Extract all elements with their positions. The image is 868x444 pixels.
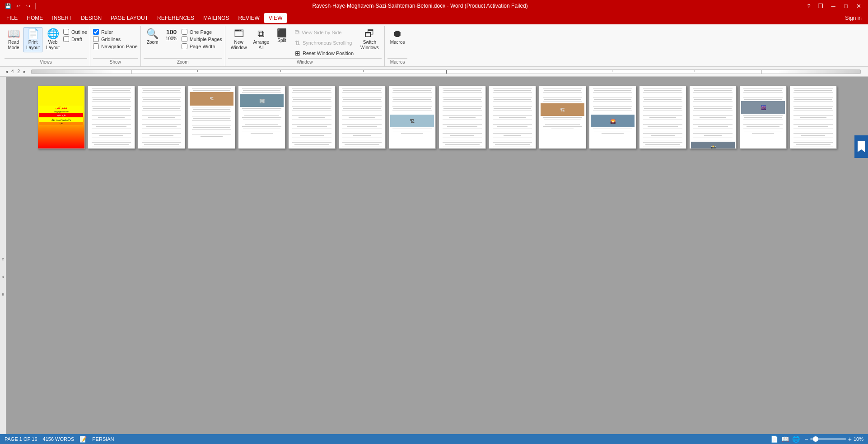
page-12[interactable]: 🌄: [589, 86, 636, 149]
page-14[interactable]: 📸: [689, 86, 737, 149]
page-3[interactable]: [138, 86, 185, 149]
page-16[interactable]: [789, 86, 837, 149]
document-area[interactable]: تحقیق آنلاین tahghighonline.ir فارپو دان…: [6, 77, 868, 436]
gridlines-check[interactable]: Gridlines: [93, 36, 138, 42]
page-7[interactable]: [338, 86, 386, 149]
arrange-all-button[interactable]: ⧉ ArrangeAll: [250, 27, 272, 52]
switch-windows-icon: 🗗: [364, 29, 374, 39]
page-width-check[interactable]: Page Width: [182, 43, 222, 49]
page-1-content: تحقیق آنلاین tahghighonline.ir فارپو دان…: [38, 86, 84, 148]
new-window-icon: 🗔: [234, 29, 244, 39]
zoom-out-button[interactable]: −: [805, 435, 808, 443]
ruler-check[interactable]: Ruler: [93, 29, 138, 35]
page-8[interactable]: 🏗: [388, 86, 436, 149]
page-15-content: 🌆: [740, 86, 786, 135]
left-ruler: 2 4 8: [0, 77, 6, 436]
close-button[interactable]: ✕: [853, 1, 864, 11]
page-14-image: 📸: [691, 142, 735, 149]
view-buttons: 📄 📖 🌐: [770, 435, 801, 443]
read-mode-icon: 📖: [8, 29, 20, 39]
help-button[interactable]: ?: [804, 1, 814, 11]
menu-home[interactable]: HOME: [22, 13, 47, 23]
zoom-100-icon: 100: [166, 29, 177, 35]
macros-label: Macros: [390, 40, 405, 45]
draft-checkbox[interactable]: [63, 36, 69, 42]
menu-insert[interactable]: INSERT: [47, 13, 76, 23]
window-flat-buttons: ⧉ View Side by Side ⇅ Synchronous Scroll…: [292, 27, 357, 58]
bookmark-icon[interactable]: [854, 135, 868, 158]
page-8-image: 🏗: [390, 115, 434, 127]
web-layout-button[interactable]: 🌐 WebLayout: [43, 27, 62, 52]
page-1[interactable]: تحقیق آنلاین tahghighonline.ir فارپو دان…: [37, 86, 85, 149]
new-window-button[interactable]: 🗔 NewWindow: [228, 27, 250, 52]
word-count[interactable]: 4156 WORDS: [43, 436, 75, 442]
menu-view[interactable]: VIEW: [264, 13, 287, 23]
split-icon: ⬛: [277, 29, 287, 37]
macros-button[interactable]: ⏺ Macros: [387, 27, 408, 47]
page-9[interactable]: [439, 86, 486, 149]
print-layout-button[interactable]: 📄 PrintLayout: [23, 27, 42, 52]
undo-button[interactable]: ↩: [14, 1, 23, 10]
maximize-button[interactable]: □: [840, 1, 852, 11]
menu-page-layout[interactable]: PAGE LAYOUT: [106, 13, 153, 23]
main-layout: 2 4 8 تحقیق آنلاین tahghighonline.ir فار…: [0, 77, 868, 436]
draft-label: Draft: [71, 37, 82, 42]
gridlines-checkbox[interactable]: [93, 36, 99, 42]
page-width-checkbox[interactable]: [182, 43, 187, 49]
page-2[interactable]: [88, 86, 135, 149]
page-15[interactable]: 🌆: [739, 86, 787, 149]
reset-window-position-button[interactable]: ⊞ Reset Window Position: [292, 48, 357, 58]
views-group-label: Views: [5, 58, 87, 66]
ruler-area: ◂ 4 2 ▸: [0, 67, 868, 77]
reading-view-button[interactable]: 📖: [780, 435, 790, 443]
zoom-thumb: [813, 436, 818, 442]
synchronous-scrolling-button[interactable]: ⇅ Synchronous Scrolling: [292, 38, 357, 48]
language[interactable]: PERSIAN: [92, 436, 114, 442]
draft-check[interactable]: Draft: [63, 36, 87, 42]
zoom-slider[interactable]: [810, 438, 846, 440]
ribbon-group-window: 🗔 NewWindow ⧉ ArrangeAll ⬛ Split ⧉ View …: [225, 26, 385, 66]
switch-windows-button[interactable]: 🗗 SwitchWindows: [358, 27, 382, 52]
web-view-button[interactable]: 🌐: [791, 435, 801, 443]
read-mode-button[interactable]: 📖 ReadMode: [5, 27, 23, 52]
sign-in-link[interactable]: Sign in: [840, 13, 866, 23]
one-page-checkbox[interactable]: [182, 29, 187, 35]
menu-design[interactable]: DESIGN: [76, 13, 106, 23]
multiple-pages-check[interactable]: Multiple Pages: [182, 36, 222, 42]
page-5[interactable]: 🏢: [238, 86, 285, 149]
page-width-label: Page Width: [190, 44, 215, 49]
page-4[interactable]: 🏗: [188, 86, 235, 149]
one-page-check[interactable]: One Page: [182, 29, 222, 35]
menu-file[interactable]: FILE: [2, 13, 22, 23]
menu-references[interactable]: REFERENCES: [153, 13, 199, 23]
page-3-content: [138, 86, 185, 149]
print-view-button[interactable]: 📄: [770, 435, 779, 443]
multiple-pages-checkbox[interactable]: [182, 36, 187, 42]
ruler-checkbox[interactable]: [93, 29, 99, 35]
page-10[interactable]: [489, 86, 536, 149]
nav-pane-check[interactable]: Navigation Pane: [93, 43, 138, 49]
page-4-content: 🏗: [188, 86, 235, 139]
minimize-button[interactable]: ─: [827, 1, 839, 11]
view-side-by-side-button[interactable]: ⧉ View Side by Side: [292, 27, 357, 37]
outline-checkbox[interactable]: [63, 29, 69, 35]
redo-button[interactable]: ↪: [23, 1, 33, 10]
save-button[interactable]: 💾: [4, 1, 13, 10]
page-13[interactable]: [639, 86, 686, 149]
split-button[interactable]: ⬛ Split: [273, 27, 291, 45]
page-6[interactable]: [288, 86, 336, 149]
page-10-content: [489, 86, 536, 149]
zoom-in-button[interactable]: +: [848, 435, 852, 443]
menu-review[interactable]: REVIEW: [233, 13, 264, 23]
gridlines-label: Gridlines: [101, 37, 121, 42]
menu-mailings[interactable]: MAILINGS: [199, 13, 233, 23]
page-count[interactable]: PAGE 1 OF 16: [5, 436, 37, 442]
reset-window-label: Reset Window Position: [303, 51, 354, 56]
nav-pane-checkbox[interactable]: [93, 43, 99, 49]
outline-check[interactable]: Outline: [63, 29, 87, 35]
zoom-100-button[interactable]: 100 100%: [163, 27, 181, 43]
zoom-button[interactable]: 🔍 Zoom: [144, 27, 162, 47]
ribbon-group-show: Ruler Gridlines Navigation Pane Show: [90, 26, 141, 66]
restore-button[interactable]: ❐: [815, 1, 826, 11]
page-11[interactable]: 🏗: [539, 86, 586, 149]
